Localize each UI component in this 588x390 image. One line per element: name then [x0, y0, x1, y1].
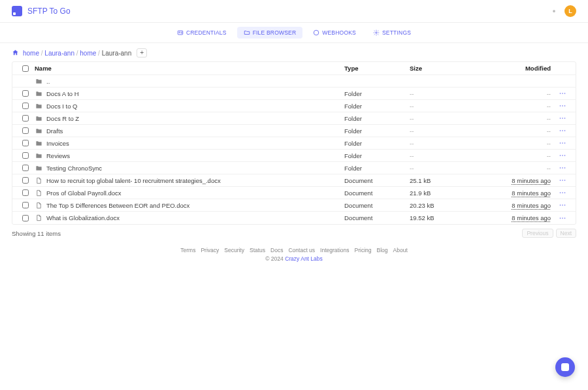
row-actions-button[interactable]	[553, 176, 572, 184]
table-row[interactable]: DraftsFolder----	[12, 125, 576, 137]
size-value: --	[410, 140, 488, 147]
row-checkbox[interactable]	[16, 202, 35, 208]
table-row[interactable]: Docs I to QFolder----	[12, 100, 576, 112]
table-row[interactable]: What is Globalization.docxDocument19.52 …	[12, 212, 576, 224]
tab-filebrowser[interactable]: FILE BROWSER	[237, 27, 303, 39]
modified-value: --	[547, 103, 551, 110]
table-row[interactable]: Testing ChronoSyncFolder----	[12, 162, 576, 174]
table-row[interactable]: How to recruit top global talent- 10 rec…	[12, 174, 576, 187]
header-right: L	[550, 5, 576, 17]
row-actions-button[interactable]	[553, 102, 572, 110]
avatar[interactable]: L	[564, 5, 576, 17]
modified-value: --	[547, 140, 551, 147]
row-actions-button[interactable]	[553, 127, 572, 135]
footer: TermsPrivacySecurityStatusDocsContact us…	[0, 244, 588, 268]
svg-point-9	[562, 105, 563, 106]
row-checkbox[interactable]	[16, 177, 35, 184]
breadcrumb-item[interactable]: Laura-ann	[44, 50, 74, 57]
pager: Showing 11 items Previous Next	[0, 225, 588, 244]
chat-button[interactable]	[555, 357, 575, 377]
type-value: Folder	[344, 140, 410, 147]
row-checkbox[interactable]	[16, 115, 35, 122]
col-size: Size	[410, 65, 488, 72]
row-actions-button[interactable]	[553, 114, 572, 122]
next-button[interactable]: Next	[556, 229, 576, 238]
file-name: Drafts	[46, 127, 63, 135]
footer-link[interactable]: Pricing	[355, 247, 372, 253]
footer-link[interactable]: Docs	[270, 247, 283, 253]
footer-brand-link[interactable]: Crazy Ant Labs	[285, 255, 323, 262]
file-name: Testing ChronoSync	[46, 165, 102, 172]
row-checkbox[interactable]	[16, 152, 35, 159]
table-row[interactable]: InvoicesFolder----	[12, 137, 576, 150]
breadcrumb-item[interactable]: home	[80, 50, 96, 57]
size-value: 21.9 kB	[410, 189, 488, 197]
id-card-icon	[177, 29, 184, 36]
prev-button[interactable]: Previous	[522, 229, 553, 238]
tab-credentials[interactable]: CREDENTIALS	[171, 27, 233, 39]
parent-row[interactable]: ..	[12, 75, 576, 88]
size-value: 19.52 kB	[410, 214, 488, 221]
select-all[interactable]	[16, 65, 35, 72]
row-checkbox[interactable]	[16, 140, 35, 146]
file-name: Reviews	[46, 152, 70, 159]
tab-settings[interactable]: SETTINGS	[367, 27, 417, 39]
folder-icon	[35, 89, 42, 97]
row-checkbox[interactable]	[16, 90, 35, 97]
footer-link[interactable]: Blog	[377, 247, 388, 253]
pager-status: Showing 11 items	[12, 230, 61, 237]
brand-name: SFTP To Go	[27, 7, 71, 16]
footer-link[interactable]: Privacy	[201, 247, 219, 253]
modified-value: --	[547, 115, 551, 122]
table-row[interactable]: Pros of Global Payroll.docxDocument21.9 …	[12, 187, 576, 199]
table-row[interactable]: ReviewsFolder----	[12, 150, 576, 162]
footer-link[interactable]: Terms	[180, 247, 195, 253]
type-value: Folder	[344, 127, 410, 135]
add-folder-button[interactable]: +	[137, 48, 147, 57]
brand[interactable]: SFTP To Go	[12, 6, 71, 16]
col-modified: Modified	[488, 65, 553, 72]
row-checkbox[interactable]	[16, 189, 35, 196]
tab-webhooks[interactable]: WEBHOOKS	[306, 27, 363, 39]
file-name: The Top 5 Differences Between EOR and PE…	[46, 202, 189, 209]
row-checkbox[interactable]	[16, 165, 35, 171]
svg-point-25	[564, 167, 566, 169]
table-row[interactable]: Docs R to ZFolder----	[12, 112, 576, 125]
row-actions-button[interactable]	[553, 164, 572, 172]
modified-value: --	[547, 152, 551, 159]
row-actions-button[interactable]	[553, 201, 572, 209]
svg-point-18	[562, 142, 563, 144]
breadcrumb-item[interactable]: home	[23, 50, 39, 57]
modified-value: --	[547, 127, 551, 135]
row-checkbox[interactable]	[16, 215, 35, 221]
type-value: Folder	[344, 90, 410, 97]
footer-link[interactable]: Status	[250, 247, 265, 253]
svg-point-28	[564, 180, 566, 181]
table-row[interactable]: Docs A to HFolder----	[12, 88, 576, 100]
home-icon[interactable]	[12, 49, 19, 57]
row-checkbox[interactable]	[16, 103, 35, 109]
svg-point-26	[560, 180, 561, 181]
table-row[interactable]: The Top 5 Differences Between EOR and PE…	[12, 199, 576, 212]
size-value: 25.1 kB	[410, 177, 488, 184]
row-actions-button[interactable]	[553, 189, 572, 197]
row-actions-button[interactable]	[553, 89, 572, 97]
row-actions-button[interactable]	[553, 139, 572, 147]
size-value: --	[410, 152, 488, 159]
parent-label: ..	[46, 78, 50, 85]
row-actions-button[interactable]	[553, 214, 572, 222]
row-actions-button[interactable]	[553, 152, 572, 159]
folder-icon	[35, 102, 42, 110]
svg-point-4	[376, 32, 378, 34]
file-name: Docs R to Z	[46, 115, 79, 122]
footer-link[interactable]: Contact us	[288, 247, 315, 253]
row-checkbox[interactable]	[16, 127, 35, 134]
footer-link[interactable]: Security	[224, 247, 244, 253]
footer-link[interactable]: Integrations	[320, 247, 349, 253]
svg-point-16	[564, 130, 566, 131]
svg-point-15	[562, 130, 563, 131]
footer-link[interactable]: About	[393, 247, 408, 253]
size-value: --	[410, 115, 488, 122]
svg-point-0	[553, 10, 555, 12]
notifications-icon[interactable]	[550, 7, 558, 15]
